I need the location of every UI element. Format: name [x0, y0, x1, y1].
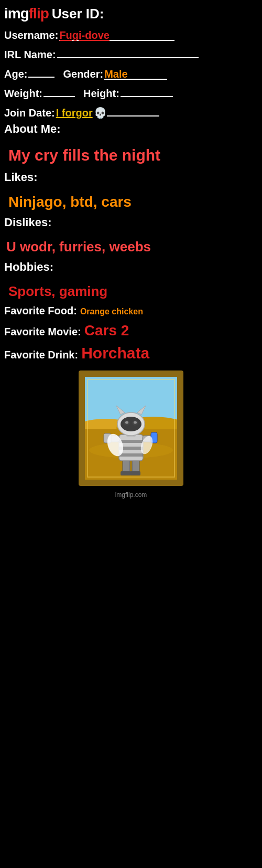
- fav-drink-row: Favorite Drink: Horchata: [4, 344, 258, 362]
- svg-point-23: [134, 421, 137, 424]
- dislikes-value: U wodr, furries, weebs: [4, 237, 258, 257]
- fav-movie-row: Favorite Movie: Cars 2: [4, 322, 258, 339]
- weight-label: Weight:: [4, 88, 42, 100]
- gender-label: Gender:: [63, 68, 103, 80]
- fav-drink-label: Favorite Drink:: [4, 349, 78, 361]
- dislikes-label: Dislikes:: [4, 216, 52, 229]
- fav-food-label: Favorite Food:: [4, 305, 77, 317]
- username-value: Fugi-dove: [59, 29, 174, 41]
- imgflip-watermark: imgflip.com: [4, 491, 258, 499]
- image-container: [4, 371, 258, 486]
- header: imgflip User ID:: [4, 5, 258, 22]
- svg-rect-12: [119, 453, 143, 457]
- user-id-label: User ID:: [52, 6, 104, 22]
- about-me-label: About Me:: [4, 122, 61, 136]
- age-gender-row: Age: Gender: Male: [4, 66, 258, 80]
- likes-label: Likes:: [4, 171, 38, 184]
- fav-drink-value: Horchata: [81, 344, 149, 362]
- fav-movie-value: Cars 2: [84, 322, 129, 339]
- character-svg: [85, 377, 177, 480]
- weight-value: [43, 86, 75, 97]
- svg-point-19: [121, 417, 141, 431]
- svg-point-22: [125, 421, 128, 424]
- join-date-label: Join Date:: [4, 107, 55, 119]
- username-row: Username: Fugi-dove: [4, 29, 258, 41]
- svg-rect-7: [121, 471, 131, 475]
- dislikes-header-row: Dislikes:: [4, 216, 258, 231]
- about-me-header-row: About Me:: [4, 122, 258, 138]
- hobbies-value: Sports, gaming: [4, 281, 258, 302]
- imgflip-logo: imgflip: [4, 5, 49, 22]
- hobbies-label: Hobbies:: [4, 260, 53, 274]
- page-wrapper: imgflip User ID: Username: Fugi-dove IRL…: [0, 0, 262, 868]
- fav-movie-label: Favorite Movie:: [4, 326, 81, 338]
- join-date-underline: [107, 105, 159, 117]
- svg-rect-8: [130, 471, 140, 475]
- join-date-row: Join Date: I forgor 💀: [4, 105, 258, 119]
- weight-height-row: Weight: Height:: [4, 86, 258, 100]
- irl-name-row: IRL Name:: [4, 47, 258, 61]
- svg-rect-10: [119, 440, 143, 443]
- age-value: [28, 66, 54, 78]
- likes-value: Ninjago, btd, cars: [4, 192, 258, 213]
- skull-icon: 💀: [94, 107, 107, 119]
- irl-name-value: [57, 47, 199, 58]
- height-label: Height:: [83, 88, 119, 100]
- irl-name-label: IRL Name:: [4, 49, 56, 61]
- about-me-value: My cry fills the night: [4, 143, 258, 167]
- fav-food-value: Orange chicken: [80, 307, 143, 316]
- height-value: [121, 86, 173, 97]
- character-frame: [79, 371, 183, 486]
- flip-text: flip: [29, 5, 49, 22]
- username-label: Username:: [4, 29, 58, 41]
- fav-food-row: Favorite Food: Orange chicken: [4, 305, 258, 317]
- likes-header-row: Likes:: [4, 171, 258, 186]
- age-label: Age:: [4, 68, 27, 80]
- character-scene: [85, 377, 177, 480]
- join-date-value: I forgor: [56, 107, 93, 119]
- hobbies-header-row: Hobbies:: [4, 260, 258, 276]
- gender-value: Male: [104, 68, 167, 80]
